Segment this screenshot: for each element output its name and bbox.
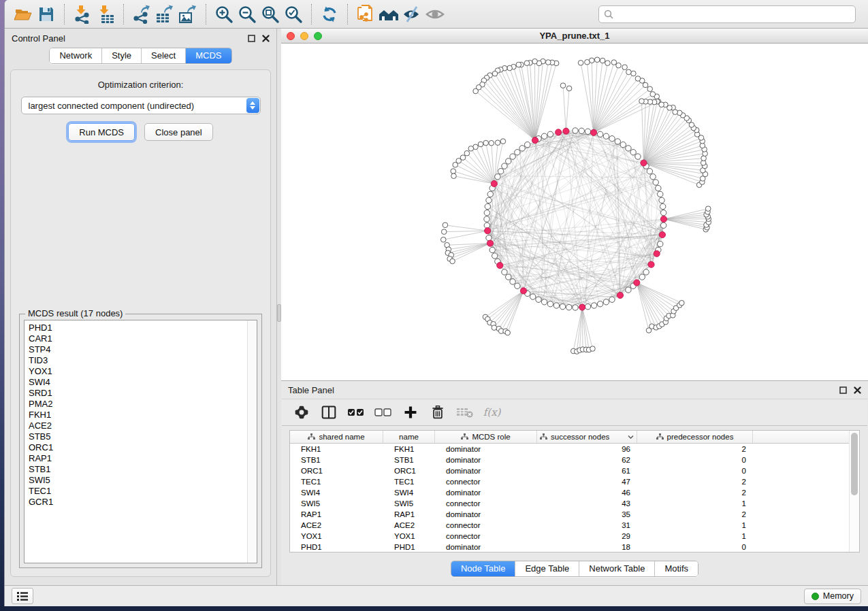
table-row[interactable]: SWI4SWI4dominator462 (290, 487, 859, 498)
table-cell: YOX1 (383, 531, 435, 542)
table-cell: 31 (537, 520, 637, 531)
table-cell: connector (435, 520, 537, 531)
tab-network[interactable]: Network (50, 48, 102, 63)
network-overview-button[interactable] (377, 3, 400, 26)
table-scrollbar[interactable] (849, 431, 859, 552)
split-panel-icon (321, 405, 336, 420)
search-field[interactable] (598, 5, 856, 23)
main-toolbar (5, 0, 868, 29)
window-close-icon[interactable] (287, 32, 295, 40)
window-minimize-icon[interactable] (300, 32, 308, 40)
mcds-result-item[interactable]: STP4 (29, 344, 257, 355)
network-graph[interactable] (281, 44, 868, 380)
table-cell: dominator (435, 455, 537, 465)
table-tab-motifs[interactable]: Motifs (655, 561, 698, 576)
mcds-result-item[interactable]: PHD1 (29, 323, 257, 333)
zoom-fit-button[interactable] (259, 3, 282, 26)
mcds-result-item[interactable]: CAR1 (29, 333, 257, 344)
table-row[interactable]: SWI5SWI5connector431 (290, 498, 859, 509)
mcds-result-item[interactable]: TID3 (29, 355, 257, 366)
split-panel-button[interactable] (319, 402, 339, 423)
mcds-list-scrollbar[interactable] (247, 320, 257, 563)
mcds-result-item[interactable]: TEC1 (29, 486, 257, 497)
show-graphics-button[interactable] (423, 3, 447, 26)
column-header-name[interactable]: name (383, 431, 435, 443)
delete-table-button[interactable] (455, 402, 475, 423)
mcds-result-item[interactable]: SRD1 (29, 388, 257, 399)
mcds-result-item[interactable]: ACE2 (29, 420, 257, 431)
export-network-button[interactable] (130, 3, 153, 26)
select-all-checkboxes-button[interactable] (346, 402, 366, 423)
mcds-result-item[interactable]: SWI4 (29, 377, 257, 388)
task-history-button[interactable] (12, 588, 33, 604)
hide-graphics-button[interactable] (400, 3, 423, 26)
network-window-titlebar[interactable]: YPA_prune.txt_1 (281, 29, 868, 44)
tab-select[interactable]: Select (142, 48, 186, 63)
table-row[interactable]: PHD1PHD1dominator180 (290, 542, 859, 552)
table-tab-edge-table[interactable]: Edge Table (515, 561, 579, 576)
zoom-selected-button[interactable] (282, 3, 305, 26)
import-table-button[interactable] (94, 3, 117, 26)
add-column-button[interactable] (400, 402, 421, 423)
delete-column-button[interactable] (428, 402, 448, 423)
close-panel-icon[interactable] (854, 386, 861, 394)
tab-style[interactable]: Style (102, 48, 142, 63)
table-row[interactable]: TEC1TEC1connector472 (290, 476, 859, 487)
table-row[interactable]: ACE2ACE2connector311 (290, 520, 859, 531)
table-cell: RAP1 (383, 509, 435, 520)
table-row[interactable]: YOX1YOX1connector291 (290, 531, 859, 542)
settings-gear-button[interactable] (291, 402, 312, 423)
function-builder-button[interactable]: f(x) (482, 402, 502, 423)
column-header-predecessor-nodes[interactable]: predecessor nodes (637, 431, 753, 443)
mcds-result-item[interactable]: PMA2 (29, 399, 257, 410)
toolbar-separator (64, 4, 65, 24)
memory-button[interactable]: Memory (804, 589, 861, 604)
mcds-result-item[interactable]: SWI5 (29, 475, 257, 486)
float-panel-icon[interactable] (839, 386, 847, 394)
table-tab-network-table[interactable]: Network Table (579, 561, 655, 576)
save-button[interactable] (35, 3, 58, 26)
close-panel-icon[interactable] (262, 35, 270, 42)
deselect-all-checkboxes-button[interactable] (373, 402, 393, 423)
share-document-button[interactable] (354, 3, 377, 26)
table-row[interactable]: STB1STB1dominator620 (290, 455, 859, 465)
refresh-button[interactable] (318, 3, 341, 26)
task-list-icon (16, 591, 29, 601)
mcds-result-item[interactable]: STB1 (29, 464, 257, 475)
mcds-result-item[interactable]: FKH1 (29, 410, 257, 420)
run-mcds-button[interactable]: Run MCDS (68, 123, 135, 141)
column-header-MCDS-role[interactable]: MCDS role (435, 431, 537, 443)
zoom-out-button[interactable] (236, 3, 259, 26)
mcds-result-groupbox: MCDS result (17 nodes) PHD1CAR1STP4TID3Y… (19, 314, 262, 568)
mcds-result-item[interactable]: ORC1 (29, 442, 257, 453)
export-table-button[interactable] (153, 3, 176, 26)
table-row[interactable]: FKH1FKH1dominator962 (290, 444, 859, 455)
search-input[interactable] (617, 9, 850, 19)
mcds-result-item[interactable]: RAP1 (29, 453, 257, 464)
zoom-in-button[interactable] (212, 3, 236, 26)
float-panel-icon[interactable] (248, 35, 255, 42)
export-image-button[interactable] (176, 3, 199, 26)
window-maximize-icon[interactable] (314, 32, 322, 40)
table-cell: FKH1 (383, 444, 435, 455)
import-network-button[interactable] (71, 3, 94, 26)
criterion-dropdown-value: largest connected component (undirected) (29, 101, 195, 111)
mcds-result-item[interactable]: STB5 (29, 431, 257, 442)
toolbar-separator (347, 4, 348, 24)
svg-text:f(x): f(x) (483, 406, 502, 418)
open-folder-button[interactable] (12, 3, 35, 26)
network-canvas[interactable] (281, 44, 868, 380)
close-panel-button[interactable]: Close panel (144, 123, 213, 141)
mcds-result-list[interactable]: PHD1CAR1STP4TID3YOX1SWI4SRD1PMA2FKH1ACE2… (24, 320, 257, 563)
table-tab-node-table[interactable]: Node Table (451, 561, 516, 576)
tab-mcds[interactable]: MCDS (186, 48, 231, 63)
table-row[interactable]: ORC1ORC1dominator610 (290, 465, 859, 476)
status-bar: Memory (5, 585, 868, 606)
table-scrollbar-thumb[interactable] (851, 433, 858, 495)
mcds-result-item[interactable]: GCR1 (29, 497, 257, 508)
table-row[interactable]: RAP1RAP1dominator352 (290, 509, 859, 520)
column-header-successor-nodes[interactable]: successor nodes (537, 431, 637, 443)
column-header-shared-name[interactable]: shared name (290, 431, 383, 443)
mcds-result-item[interactable]: YOX1 (29, 366, 257, 377)
criterion-dropdown[interactable]: largest connected component (undirected) (21, 97, 261, 114)
